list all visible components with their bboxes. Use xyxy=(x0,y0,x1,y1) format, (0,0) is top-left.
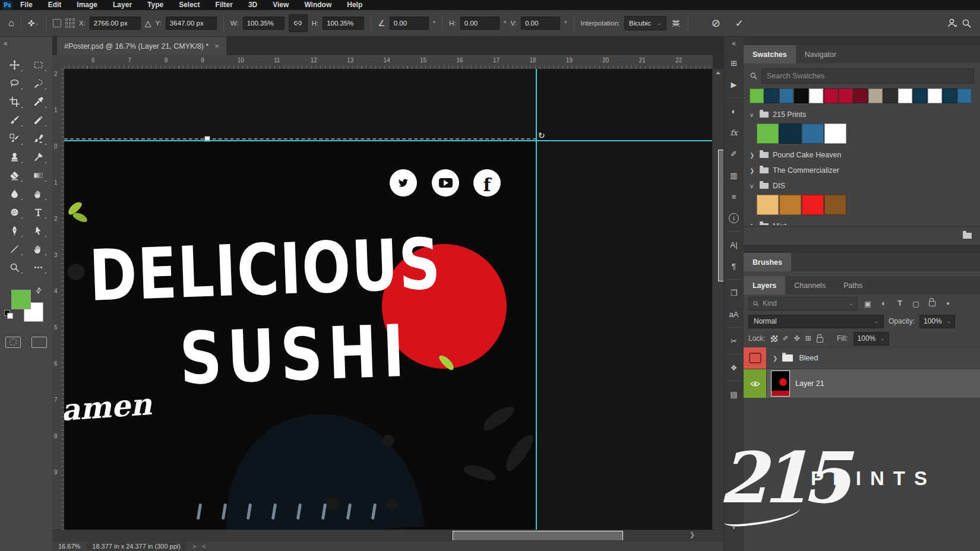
new-swatch-group-icon[interactable] xyxy=(963,233,972,239)
menu-select[interactable]: Select xyxy=(171,0,207,10)
hand-tool[interactable] xyxy=(26,240,50,258)
swap-colors-icon[interactable]: ⇄ xyxy=(34,285,44,295)
lock-pixels-icon[interactable]: ✐ xyxy=(783,334,789,343)
menu-file[interactable]: File xyxy=(12,0,40,10)
lock-artboard-icon[interactable]: ⊞ xyxy=(805,334,811,343)
vertical-ruler[interactable]: 210123456789 xyxy=(52,69,65,530)
lock-transparency-icon[interactable] xyxy=(771,335,777,342)
zoom-tool[interactable] xyxy=(2,258,26,277)
clone-stamp-tool[interactable] xyxy=(2,148,26,166)
toggle-reference-point-checkbox[interactable] xyxy=(53,19,61,27)
height-field[interactable]: 100.35% xyxy=(323,17,364,30)
opacity-field[interactable]: 100%⌄ xyxy=(919,315,955,328)
tab-brushes[interactable]: Brushes xyxy=(744,253,791,271)
swatch[interactable] xyxy=(779,124,801,144)
zoom-level[interactable]: 16.67% xyxy=(58,543,80,550)
transform-bounding-box-edge[interactable] xyxy=(64,138,536,140)
move-tool[interactable] xyxy=(2,56,26,74)
scroll-up-arrow[interactable] xyxy=(716,71,720,74)
layer-row[interactable]: ❯Bleed xyxy=(744,347,980,369)
libraries-icon[interactable]: ▤ xyxy=(726,387,742,401)
swatch[interactable] xyxy=(757,124,779,144)
screen-mode-icon[interactable] xyxy=(31,337,47,348)
swatch[interactable] xyxy=(764,88,779,103)
brush-tool[interactable] xyxy=(2,111,26,129)
paragraph-panel-icon[interactable]: ¶ xyxy=(726,259,742,273)
swatch-group-header[interactable]: ❯Mixt xyxy=(750,218,974,225)
swatch-group-header[interactable]: ❯Pound Cake Heaven xyxy=(750,147,974,163)
3d-panel-icon[interactable]: ❖ xyxy=(726,360,742,375)
swatch-group-header[interactable]: ∨215 Prints xyxy=(750,107,974,122)
ruler-origin-corner[interactable] xyxy=(52,55,65,69)
chevron-right-icon[interactable]: ❯ xyxy=(773,355,777,362)
filter-pixel-layers-icon[interactable]: ▣ xyxy=(862,299,874,308)
skew-h-field[interactable]: 0.00 xyxy=(460,17,500,30)
menu-view[interactable]: View xyxy=(265,0,296,10)
commit-transform-icon[interactable]: ✓ xyxy=(735,17,744,30)
filter-smart-objects-icon[interactable] xyxy=(926,299,938,308)
vertical-guide[interactable] xyxy=(536,69,537,530)
width-field[interactable]: 100.35% xyxy=(243,17,284,30)
scroll-right-arrow[interactable]: ❯ xyxy=(690,531,695,539)
swatch[interactable] xyxy=(802,195,824,215)
swatch[interactable] xyxy=(928,88,942,103)
relative-position-icon[interactable]: △ xyxy=(145,18,151,28)
timeline-icon[interactable]: ⊞ xyxy=(726,56,742,70)
pen-tool[interactable] xyxy=(2,221,26,240)
move-tool-preset-icon[interactable]: ✜⌄ xyxy=(28,18,39,28)
quick-mask-mode-icon[interactable] xyxy=(5,337,21,348)
horizontal-scrollbar[interactable]: ❯ xyxy=(52,530,723,541)
menu-edit[interactable]: Edit xyxy=(40,0,69,10)
swatch[interactable] xyxy=(824,88,838,103)
blend-mode-select[interactable]: Normal⌄ xyxy=(748,315,884,328)
dock-scroll-down-icon[interactable]: ∨ xyxy=(731,523,736,531)
visibility-well[interactable] xyxy=(744,347,767,369)
menu-image[interactable]: Image xyxy=(69,0,105,10)
tab-paths[interactable]: Paths xyxy=(834,276,871,294)
rectangular-marquee-tool[interactable] xyxy=(26,56,50,74)
eraser-tool[interactable] xyxy=(2,166,26,185)
interpolation-select[interactable]: Bicubic⌄ xyxy=(624,16,666,30)
swatch-search-input[interactable]: Search Swatches xyxy=(761,68,974,84)
lock-all-icon[interactable] xyxy=(817,337,823,343)
swatch[interactable] xyxy=(824,124,846,144)
swatch[interactable] xyxy=(839,88,853,103)
swatch[interactable] xyxy=(868,88,883,103)
horizontal-ruler[interactable]: 678910111213141516171819202122 xyxy=(64,55,713,69)
reference-point-grid[interactable] xyxy=(65,18,75,28)
swatch[interactable] xyxy=(750,88,764,103)
menu-window[interactable]: Window xyxy=(296,0,339,10)
filter-type-layers-icon[interactable]: T xyxy=(894,299,906,308)
dodge-tool[interactable] xyxy=(2,203,26,221)
visibility-eye-icon[interactable] xyxy=(744,369,767,398)
brush-settings-icon[interactable]: ✐ xyxy=(726,147,742,161)
lasso-tool[interactable] xyxy=(2,74,26,93)
tool-presets-icon[interactable]: ▥ xyxy=(726,168,742,182)
chevron-down-icon[interactable]: ∨ xyxy=(750,183,755,189)
warp-mode-icon[interactable] xyxy=(671,18,681,28)
gradient-tool[interactable] xyxy=(26,166,50,185)
layer-filter-kind-select[interactable]: Kind⌄ xyxy=(748,297,858,311)
swatch[interactable] xyxy=(809,88,823,103)
default-colors-icon[interactable] xyxy=(4,310,12,318)
mixer-brush-tool[interactable] xyxy=(26,129,50,148)
quick-selection-tool[interactable] xyxy=(26,74,50,93)
skew-v-field[interactable]: 0.00 xyxy=(521,17,560,30)
menu-layer[interactable]: Layer xyxy=(105,0,140,10)
share-user-icon[interactable] xyxy=(947,18,957,28)
swatch[interactable] xyxy=(853,88,868,103)
chevron-right-icon[interactable]: ❯ xyxy=(750,167,755,174)
swatch[interactable] xyxy=(913,88,927,103)
styles-icon[interactable]: fx xyxy=(726,125,742,140)
tab-layers[interactable]: Layers xyxy=(744,276,785,294)
swatch[interactable] xyxy=(794,88,808,103)
pencil-tool[interactable] xyxy=(26,111,50,129)
smudge-tool[interactable] xyxy=(26,185,50,203)
status-prev-arrow[interactable]: < xyxy=(202,543,206,550)
vertical-scrollbar[interactable] xyxy=(712,69,723,530)
crop-tool[interactable] xyxy=(2,93,26,111)
swatch[interactable] xyxy=(883,88,897,103)
filter-shape-layers-icon[interactable]: ▢ xyxy=(910,299,922,308)
swatch[interactable] xyxy=(779,195,801,215)
layer-row[interactable]: Layer 21 xyxy=(744,369,980,398)
